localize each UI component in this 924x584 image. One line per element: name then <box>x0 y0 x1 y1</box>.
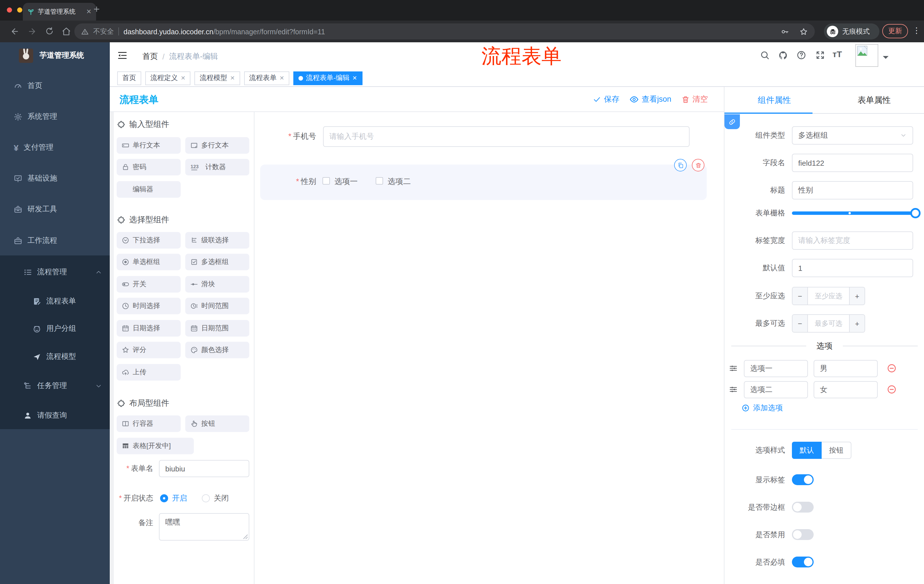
form-canvas[interactable]: 手机号 请输入手机号 性别 选项一 选项二 <box>254 112 724 584</box>
gender-option2-checkbox[interactable] <box>376 177 383 184</box>
tag-process-form-edit[interactable]: 流程表单-编辑✕ <box>293 71 362 85</box>
sidebar-collapse-icon[interactable] <box>117 50 127 61</box>
close-icon[interactable]: ✕ <box>352 75 357 81</box>
fullscreen-icon[interactable] <box>815 50 825 60</box>
clear-button[interactable]: 清空 <box>681 94 708 105</box>
chip-counter[interactable]: 123 计数器 <box>185 159 249 175</box>
status-on-label[interactable]: 开启 <box>172 493 187 503</box>
tab-close-icon[interactable]: ✕ <box>86 8 91 15</box>
browser-tab[interactable]: 芋道管理系统 ✕ <box>23 3 96 21</box>
max-select-input[interactable]: 最多可选 <box>807 315 850 332</box>
tag-process-definition[interactable]: 流程定义✕ <box>145 71 191 85</box>
chip-rate[interactable]: 评分 <box>117 342 181 358</box>
chip-checkbox-group[interactable]: 多选框组 <box>185 254 249 270</box>
component-type-select[interactable]: 多选框组 <box>792 126 913 145</box>
chip-textarea[interactable]: 多行文本 <box>185 137 249 154</box>
disabled-switch[interactable] <box>792 529 813 540</box>
help-icon[interactable] <box>797 50 806 60</box>
chip-time-range[interactable]: 时间范围 <box>185 298 249 314</box>
sidebar-item-infra[interactable]: 基础设施 <box>0 170 124 186</box>
style-button-button[interactable]: 按钮 <box>822 442 851 459</box>
avatar-caret-icon[interactable] <box>883 56 889 62</box>
min-select-input[interactable]: 至少应选 <box>807 288 850 304</box>
default-value-input[interactable]: 1 <box>792 259 913 277</box>
status-off-radio[interactable] <box>202 494 210 502</box>
remove-option-button[interactable] <box>887 385 896 394</box>
reload-icon[interactable] <box>45 27 54 35</box>
chip-cascader[interactable]: 级联选择 <box>185 232 249 248</box>
browser-menu-icon[interactable]: ⋮ <box>912 26 921 35</box>
sidebar-item-system[interactable]: 系统管理 <box>0 109 124 125</box>
sidebar-item-task-mgmt[interactable]: 任务管理 <box>0 378 110 394</box>
border-switch[interactable] <box>792 502 813 513</box>
chip-time-picker[interactable]: 时间选择 <box>117 298 181 314</box>
form-grid-slider[interactable] <box>792 204 916 222</box>
chip-radio-group[interactable]: 单选框组 <box>117 254 181 270</box>
option1-label-input[interactable]: 选项一 <box>744 360 808 377</box>
browser-update-button[interactable]: 更新 <box>882 24 908 38</box>
window-minimize-button[interactable] <box>17 7 22 13</box>
save-button[interactable]: 保存 <box>593 94 619 105</box>
close-icon[interactable]: ✕ <box>230 75 235 81</box>
status-on-radio[interactable] <box>160 494 168 502</box>
breadcrumb-home[interactable]: 首页 <box>142 51 158 62</box>
show-label-switch[interactable] <box>792 474 813 485</box>
url-bar[interactable]: 不安全 dashboard.yudao.iocoder.cn/bpm/manag… <box>74 23 815 39</box>
form-remark-textarea[interactable]: 嘿嘿 <box>159 513 249 541</box>
chip-switch[interactable]: 开关 <box>117 276 181 293</box>
chip-date-picker[interactable]: 日期选择 <box>117 320 181 337</box>
chip-select[interactable]: 下拉选择 <box>117 232 181 248</box>
chip-upload[interactable]: 上传 <box>117 364 181 380</box>
tag-process-model[interactable]: 流程模型✕ <box>195 71 240 85</box>
github-icon[interactable] <box>778 50 788 63</box>
copy-component-button[interactable] <box>674 159 687 171</box>
option2-value-input[interactable]: 女 <box>813 381 878 398</box>
new-tab-button[interactable] <box>92 5 101 13</box>
stepper-plus-button[interactable]: + <box>850 288 865 304</box>
chip-row-container[interactable]: 行容器 <box>117 415 181 432</box>
chip-date-range[interactable]: 日期范围 <box>185 320 249 337</box>
close-icon[interactable]: ✕ <box>181 75 186 81</box>
sidebar-item-payment[interactable]: ¥ 支付管理 <box>0 140 124 155</box>
sidebar-item-home[interactable]: 首页 <box>0 78 124 94</box>
style-default-button[interactable]: 默认 <box>792 442 822 459</box>
resize-grip[interactable] <box>243 534 248 539</box>
gender-option1-label[interactable]: 选项一 <box>335 176 358 187</box>
close-icon[interactable]: ✕ <box>280 75 284 81</box>
delete-component-button[interactable] <box>692 159 705 171</box>
tab-form-props[interactable]: 表单属性 <box>824 87 924 113</box>
option2-label-input[interactable]: 选项二 <box>744 381 808 398</box>
chip-editor[interactable]: 编辑器 <box>117 181 181 198</box>
chip-table[interactable]: 表格[开发中] <box>117 438 194 454</box>
avatar[interactable] <box>855 44 878 67</box>
gender-option1-checkbox[interactable] <box>322 177 330 184</box>
gender-option2-label[interactable]: 选项二 <box>388 176 411 187</box>
tag-process-form[interactable]: 流程表单✕ <box>244 71 290 85</box>
view-json-button[interactable]: 查看json <box>630 94 671 105</box>
password-key-icon[interactable] <box>780 27 789 36</box>
form-name-input[interactable]: biubiu <box>159 460 249 477</box>
label-width-input[interactable]: 请输入标签宽度 <box>792 232 913 250</box>
forward-icon[interactable] <box>28 27 36 36</box>
sidebar-item-workflow[interactable]: 工作流程 <box>0 233 124 248</box>
stepper-minus-button[interactable]: − <box>792 288 807 304</box>
status-off-label[interactable]: 关闭 <box>214 493 229 503</box>
home-icon[interactable] <box>62 27 71 36</box>
back-icon[interactable] <box>10 27 20 36</box>
required-switch[interactable] <box>792 556 813 568</box>
option1-value-input[interactable]: 男 <box>813 360 878 377</box>
tag-home[interactable]: 首页 <box>117 71 141 85</box>
sidebar-item-process-mgmt[interactable]: 流程管理 <box>0 264 110 280</box>
field-name-input[interactable]: field122 <box>792 154 913 172</box>
title-input[interactable]: 性别 <box>792 181 913 199</box>
drag-handle-icon[interactable] <box>729 364 738 373</box>
add-option-button[interactable]: 添加选项 <box>742 403 783 413</box>
chip-password[interactable]: 密码 <box>117 159 181 175</box>
stepper-minus-button[interactable]: − <box>792 315 807 332</box>
window-close-button[interactable] <box>7 7 12 13</box>
chip-single-line-input[interactable]: 单行文本 <box>117 137 181 154</box>
chip-color-picker[interactable]: 颜色选择 <box>185 342 249 358</box>
chip-slider[interactable]: 滑块 <box>185 276 249 293</box>
slider-handle[interactable] <box>910 208 921 218</box>
phone-field-input[interactable]: 请输入手机号 <box>323 126 690 147</box>
